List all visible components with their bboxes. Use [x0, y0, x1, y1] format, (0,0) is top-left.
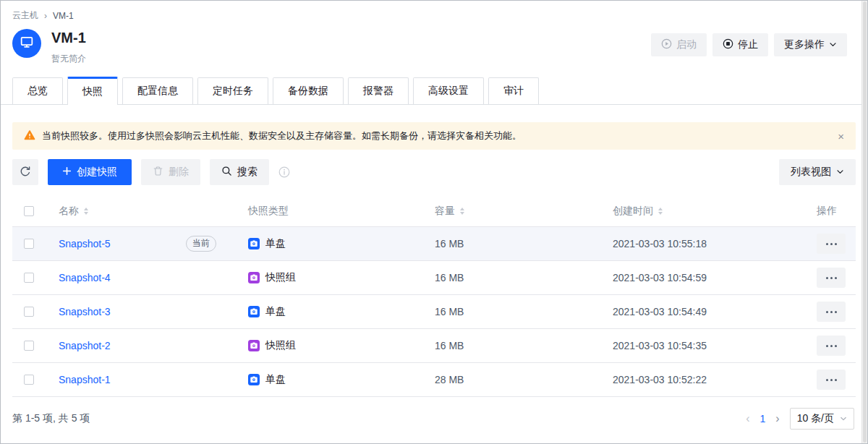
snapshot-name-link[interactable]: Snapshot-3: [59, 306, 111, 317]
warning-text: 当前快照较多。使用过多快照会影响云主机性能、数据安全以及主存储容量。如需长期备份…: [42, 129, 522, 142]
camera-icon: [248, 374, 260, 385]
play-circle-icon: [661, 38, 672, 51]
snapshot-type-label: 快照组: [265, 339, 296, 352]
snapshot-name-link[interactable]: Snapshot-1: [59, 374, 111, 385]
tab-label: 审计: [503, 85, 524, 98]
search-button[interactable]: 搜索: [210, 159, 269, 185]
snapshot-name-link[interactable]: Snapshot-4: [59, 272, 111, 283]
tab-label: 总览: [27, 85, 48, 98]
toolbar: 创建快照 删除 搜索 列表视图: [12, 159, 856, 185]
tab-label: 备份数据: [288, 85, 328, 98]
camera-icon: [248, 306, 260, 317]
pagination: ‹ 1 › 10 条/页: [746, 408, 854, 430]
camera-icon: [248, 238, 260, 249]
scrollbar-thumb[interactable]: [863, 1, 867, 443]
table-body: Snapshot-5 当前 单盘 16 MB 2021-03-03 10:55:…: [12, 227, 856, 397]
tab-label: 报警器: [363, 85, 393, 98]
tab-label: 定时任务: [213, 85, 253, 98]
snapshot-table: 名称 快照类型 容量 创建时间 操作: [12, 195, 856, 397]
info-icon[interactable]: [278, 166, 290, 178]
table-row: Snapshot-4 快照组 16 MB 2021-03-03 10:54:59: [12, 261, 856, 295]
tab-审计[interactable]: 审计: [488, 77, 539, 104]
tab-快照[interactable]: 快照: [67, 77, 118, 105]
row-actions-button[interactable]: [817, 234, 846, 254]
refresh-button[interactable]: [12, 159, 38, 185]
table-row: Snapshot-1 单盘 28 MB 2021-03-03 10:52:22: [12, 363, 856, 397]
sort-by-name[interactable]: 名称: [59, 205, 88, 218]
tab-bar: 总览快照配置信息定时任务备份数据报警器高级设置审计: [1, 76, 867, 105]
tab-定时任务[interactable]: 定时任务: [197, 77, 268, 104]
row-checkbox[interactable]: [24, 375, 34, 385]
select-all-checkbox[interactable]: [24, 206, 34, 216]
delete-button[interactable]: 删除: [141, 159, 200, 185]
breadcrumb-vm-list[interactable]: 云主机: [12, 9, 38, 22]
tab-配置信息[interactable]: 配置信息: [122, 77, 193, 104]
refresh-icon: [20, 166, 31, 179]
table-row: Snapshot-3 单盘 16 MB 2021-03-03 10:54:49: [12, 295, 856, 329]
stop-button[interactable]: 停止: [712, 33, 768, 56]
snapshot-type-label: 快照组: [265, 271, 296, 284]
sort-icon: [84, 208, 88, 215]
row-actions-button[interactable]: [817, 268, 846, 288]
breadcrumb: 云主机 › VM-1: [1, 1, 867, 22]
chevron-down-icon: [829, 39, 837, 51]
view-mode-dropdown[interactable]: 列表视图: [779, 159, 856, 185]
page-size-select[interactable]: 10 条/页: [790, 408, 854, 430]
row-checkbox[interactable]: [24, 341, 34, 351]
breadcrumb-separator: ›: [44, 11, 47, 21]
page-subtitle: 暂无简介: [51, 53, 86, 65]
banner-close-icon[interactable]: ×: [838, 131, 844, 142]
size-cell: 28 MB: [423, 374, 601, 385]
row-actions-button[interactable]: [817, 336, 846, 356]
row-checkbox[interactable]: [24, 307, 34, 317]
row-actions-button[interactable]: [817, 302, 846, 322]
start-button[interactable]: 启动: [651, 33, 707, 56]
created-cell: 2021-03-03 10:54:35: [601, 340, 805, 351]
tab-label: 配置信息: [137, 85, 178, 98]
breadcrumb-current: VM-1: [53, 11, 74, 21]
prev-page-icon[interactable]: ‹: [746, 413, 749, 424]
snapshot-type-label: 单盘: [265, 373, 286, 386]
next-page-icon[interactable]: ›: [775, 413, 779, 424]
trash-icon: [153, 166, 163, 179]
table-row: Snapshot-2 快照组 16 MB 2021-03-03 10:54:35: [12, 329, 856, 363]
scrollbar[interactable]: [861, 1, 867, 443]
row-actions-button[interactable]: [817, 370, 846, 390]
snapshot-name-link[interactable]: Snapshot-5: [59, 238, 111, 249]
warning-banner: 当前快照较多。使用过多快照会影响云主机性能、数据安全以及主存储容量。如需长期备份…: [12, 122, 856, 150]
vm-avatar: [12, 29, 41, 58]
table-footer: 第 1-5 项, 共 5 项 ‹ 1 › 10 条/页: [12, 408, 856, 430]
sort-by-created[interactable]: 创建时间: [613, 205, 663, 218]
sort-icon: [658, 208, 663, 215]
page-number[interactable]: 1: [760, 413, 766, 424]
more-actions-button[interactable]: 更多操作: [774, 33, 847, 56]
page-header: VM-1 暂无简介 启动 停止 更多操作: [1, 22, 867, 65]
row-checkbox[interactable]: [24, 239, 34, 249]
search-icon: [221, 166, 232, 179]
items-summary: 第 1-5 项, 共 5 项: [12, 412, 90, 425]
monitor-icon: [20, 35, 34, 52]
row-checkbox[interactable]: [24, 273, 34, 283]
chevron-down-icon: [836, 166, 844, 178]
create-snapshot-button[interactable]: 创建快照: [48, 159, 132, 185]
sort-icon: [460, 208, 464, 215]
snapshot-type-label: 单盘: [265, 305, 286, 318]
tab-总览[interactable]: 总览: [12, 77, 63, 104]
sort-by-size[interactable]: 容量: [435, 205, 464, 218]
warning-icon: [24, 129, 35, 143]
table-row: Snapshot-5 当前 单盘 16 MB 2021-03-03 10:55:…: [12, 227, 856, 261]
created-cell: 2021-03-03 10:52:22: [601, 374, 805, 385]
snapshot-name-link[interactable]: Snapshot-2: [59, 340, 111, 351]
current-badge: 当前: [186, 236, 216, 252]
stop-circle-icon: [723, 38, 733, 51]
created-cell: 2021-03-03 10:54:59: [601, 272, 805, 283]
table-header: 名称 快照类型 容量 创建时间 操作: [12, 195, 856, 227]
tab-备份数据[interactable]: 备份数据: [273, 77, 344, 104]
snapshot-type-label: 单盘: [265, 237, 286, 250]
camera-icon: [248, 340, 260, 351]
created-cell: 2021-03-03 10:54:49: [601, 306, 805, 317]
tab-label: 高级设置: [428, 85, 469, 98]
tab-报警器[interactable]: 报警器: [348, 77, 409, 104]
tab-高级设置[interactable]: 高级设置: [413, 77, 484, 104]
size-cell: 16 MB: [423, 306, 601, 317]
